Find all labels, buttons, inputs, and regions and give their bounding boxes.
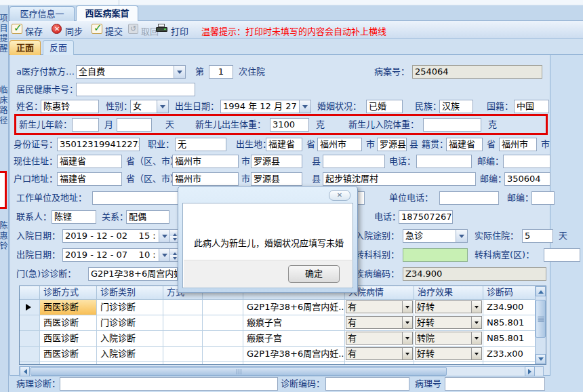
chevron-down-icon[interactable] <box>402 332 412 344</box>
relation-input[interactable]: 配偶 <box>126 210 169 224</box>
table-row[interactable]: 西医诊断 门诊诊断 G2P1孕38+6周宫内妊... 有 好转 Z34.900 <box>20 300 546 315</box>
chevron-down-icon[interactable] <box>159 249 169 261</box>
chevron-down-icon[interactable] <box>402 348 412 359</box>
admission-count-input[interactable]: 1 <box>209 65 233 79</box>
tab-medical-info-list[interactable]: 医疗信息一览表 <box>9 6 75 21</box>
condition-select[interactable]: 有 <box>346 347 413 360</box>
gender-select[interactable]: 女 <box>130 100 169 113</box>
chevron-down-icon[interactable] <box>402 301 412 313</box>
row-selector[interactable] <box>20 347 40 362</box>
transfer-ward-input[interactable] <box>544 248 580 262</box>
header-effect[interactable]: 治疗效果 <box>414 286 483 300</box>
effect-select[interactable]: 好转 <box>415 347 482 360</box>
chevron-down-icon[interactable] <box>471 301 481 313</box>
current-addr-city-input[interactable]: 福州市 <box>172 155 239 168</box>
table-row[interactable]: 西医诊断 入院诊断 G2P1孕38+6周宫内妊... 有 好转 Z33.x00 <box>20 347 546 362</box>
newborn-birth-weight-input[interactable]: 3100 <box>270 118 309 132</box>
admit-route-select[interactable]: 急诊 <box>403 229 468 243</box>
chevron-down-icon[interactable] <box>471 348 481 359</box>
table-row[interactable]: 西医诊断 门诊诊断 瘢痕子宫 有 好转 N85.801 <box>20 315 546 331</box>
marital-input[interactable]: 已婚 <box>366 100 403 113</box>
table-row[interactable]: 西医诊断 入院诊断 瘢痕子宫 有 转院 N85.801 <box>20 331 546 347</box>
chevron-down-icon[interactable] <box>299 100 310 113</box>
scroll-right-icon[interactable] <box>525 366 535 376</box>
work-zip-input[interactable] <box>531 191 555 205</box>
current-addr-province-input[interactable]: 福建省 <box>57 155 122 168</box>
chevron-down-icon[interactable] <box>471 332 481 344</box>
nationality-input[interactable]: 中国 <box>514 100 549 113</box>
scrollbar-thumb[interactable] <box>536 300 546 338</box>
table-vertical-scrollbar[interactable] <box>535 286 546 364</box>
health-card-input[interactable] <box>76 83 195 96</box>
row-selector-current[interactable] <box>20 300 40 315</box>
scroll-up-icon[interactable] <box>536 286 546 296</box>
condition-select[interactable]: 有 <box>346 300 413 313</box>
header-method[interactable]: 诊断方式 <box>40 286 97 300</box>
chevron-down-icon[interactable] <box>456 230 467 242</box>
hukou-county-input[interactable]: 罗源县 <box>251 172 302 186</box>
newborn-admit-weight-input[interactable] <box>423 118 481 132</box>
current-addr-detail-input[interactable] <box>323 155 385 168</box>
side-tab[interactable]: 临床路径 <box>0 85 9 126</box>
scroll-down-icon[interactable] <box>536 354 546 364</box>
tab-front-side[interactable]: 正面 <box>9 40 41 55</box>
hukou-zip-input[interactable]: 350604 <box>504 172 550 186</box>
dialog-ok-button[interactable]: 确定 <box>288 265 340 283</box>
current-addr-county-input[interactable]: 罗源县 <box>251 155 302 168</box>
chevron-down-icon[interactable] <box>159 230 169 242</box>
dialog-close-button[interactable]: ✕ <box>329 190 350 201</box>
dx-code-input[interactable] <box>325 377 409 391</box>
chevron-down-icon[interactable] <box>402 317 412 328</box>
newborn-age-month-input[interactable] <box>72 118 99 132</box>
newborn-age-day-input[interactable] <box>117 118 152 132</box>
outpatient-dx-input[interactable]: G2P1孕38+6周宫内妊娠LOA <box>88 267 178 281</box>
native-place-province-input[interactable]: 福建省 <box>446 138 483 151</box>
chevron-down-icon[interactable] <box>157 100 168 113</box>
tab-western-record-front[interactable]: 西医病案首页 <box>76 5 138 21</box>
discharge-date-select[interactable]: 2019 - 12 - 07 10 : 49 <box>62 248 180 262</box>
id-no-input[interactable]: 350123199412275643 <box>57 138 140 151</box>
birth-date-select[interactable]: 1994 年 12 月 27 日 <box>220 100 311 113</box>
sync-button[interactable]: 同步 <box>65 24 83 37</box>
chevron-down-icon[interactable] <box>471 317 481 328</box>
contact-phone-input[interactable]: 18750726778 <box>399 210 453 224</box>
scrollbar-thumb[interactable] <box>31 367 447 376</box>
print-button[interactable]: 打印 <box>171 24 188 37</box>
condition-select[interactable]: 有 <box>346 316 413 329</box>
scroll-left-icon[interactable] <box>20 366 30 376</box>
native-place-city-input[interactable]: 福州市 <box>499 138 537 151</box>
row-selector[interactable] <box>20 315 40 331</box>
tab-back-side[interactable]: 反面 <box>43 40 74 55</box>
condition-select[interactable]: 有 <box>346 332 413 345</box>
row-selector[interactable] <box>20 331 40 347</box>
effect-select[interactable]: 好转 <box>415 300 482 313</box>
current-addr-phone-input[interactable] <box>416 155 472 168</box>
header-category[interactable]: 诊断类别 <box>97 286 163 300</box>
actual-stay-input[interactable]: 5 <box>522 229 553 243</box>
admit-date-select[interactable]: 2019 - 12 - 02 15 : 23 <box>62 229 180 243</box>
chevron-down-icon[interactable] <box>174 66 185 78</box>
header-code[interactable]: 诊断码 <box>483 286 535 300</box>
current-addr-zip-input[interactable] <box>503 155 550 168</box>
hukou-city-input[interactable]: 福州市 <box>172 172 239 186</box>
effect-select[interactable]: 好转 <box>415 316 482 329</box>
side-tab[interactable]: 项目提醒 <box>0 14 9 54</box>
pathology-dx-input[interactable] <box>60 377 278 391</box>
name-input[interactable]: 陈惠铃 <box>41 100 99 113</box>
hukou-detail-input[interactable]: 起步镇沈厝村 <box>323 172 476 186</box>
payment-select[interactable]: 全自费 <box>76 65 186 79</box>
pathology-no-input[interactable] <box>445 377 545 391</box>
table-horizontal-scrollbar[interactable] <box>19 366 544 376</box>
side-tab[interactable]: 陈惠铃 <box>0 221 9 252</box>
birth-place-province-input[interactable]: 福建省 <box>266 138 302 151</box>
submit-button[interactable]: 提交 <box>105 24 123 37</box>
transfer-dept-input[interactable] <box>403 248 468 262</box>
occupation-input[interactable]: 无 <box>175 138 226 151</box>
contact-input[interactable]: 陈铿 <box>52 210 96 224</box>
work-phone-input[interactable] <box>439 191 499 205</box>
hukou-province-input[interactable]: 福建省 <box>57 172 122 186</box>
save-button[interactable]: 保存 <box>25 24 43 37</box>
birth-place-city-input[interactable]: 福州市 <box>317 138 362 151</box>
ethnicity-input[interactable]: 汉族 <box>439 100 473 113</box>
effect-select[interactable]: 转院 <box>415 332 482 345</box>
